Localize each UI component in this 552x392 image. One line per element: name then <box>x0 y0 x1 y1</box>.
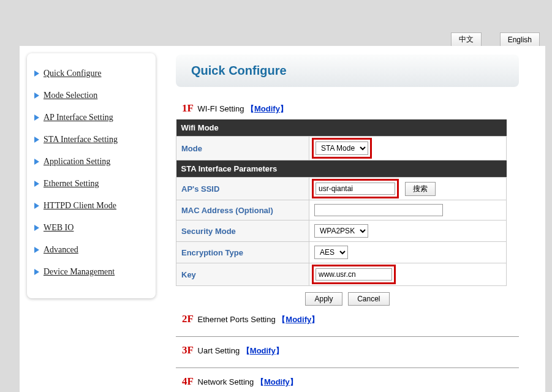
sidebar-link[interactable]: AP Interface Setting <box>43 113 113 123</box>
mode-row: Mode STA Mode <box>176 137 507 160</box>
table-header-row: STA Interface Parameters <box>176 160 507 178</box>
separator <box>176 368 519 368</box>
sidebar-item-ap-interface[interactable]: AP Interface Setting <box>33 107 149 129</box>
arrow-icon <box>34 203 39 209</box>
sidebar-item-web-io[interactable]: WEB IO <box>33 217 149 239</box>
sidebar: Quick Configure Mode Selection AP Interf… <box>27 53 156 298</box>
button-row: Apply Cancel <box>176 292 519 306</box>
sidebar-link[interactable]: Mode Selection <box>43 91 97 100</box>
modify-link[interactable]: Modify <box>254 104 280 113</box>
lang-english-button[interactable]: English <box>500 32 540 47</box>
table-header-row: Wifi Mode <box>176 119 507 137</box>
section-4f-header: 4F Network Setting 【Modify】 <box>182 375 519 388</box>
content-area: Quick Configure 1F WI-FI Setting 【Modify… <box>176 55 519 392</box>
key-label: Key <box>176 263 309 286</box>
arrow-icon <box>34 70 39 77</box>
bracket-icon: 】 <box>280 104 288 113</box>
key-row: Key <box>176 263 507 286</box>
step-number: 1F <box>182 102 194 114</box>
sidebar-item-advanced[interactable]: Advanced <box>33 239 149 261</box>
bracket-icon: 【 <box>246 104 254 113</box>
sidebar-item-mode-selection[interactable]: Mode Selection <box>33 85 149 107</box>
wifi-config-table: Wifi Mode Mode STA Mode STA Interface Pa… <box>176 119 507 286</box>
sidebar-link[interactable]: WEB IO <box>43 223 74 233</box>
enc-select[interactable]: AES <box>314 246 348 259</box>
sidebar-item-httpd-client[interactable]: HTTPD Client Mode <box>33 195 149 217</box>
cancel-button[interactable]: Cancel <box>348 292 389 306</box>
table-header: STA Interface Parameters <box>176 160 507 178</box>
step-number: 4F <box>182 375 194 387</box>
step-number: 3F <box>182 344 194 356</box>
section-label: WI-FI Setting <box>198 104 244 113</box>
mode-field: STA Mode <box>309 137 507 160</box>
ssid-input[interactable] <box>316 183 395 195</box>
sidebar-item-quick-configure[interactable]: Quick Configure <box>33 62 149 85</box>
step-number: 2F <box>182 313 194 325</box>
sidebar-item-ethernet[interactable]: Ethernet Setting <box>33 173 149 195</box>
language-bar: 中文 English <box>451 32 552 47</box>
secmode-row: Security Mode WPA2PSK <box>176 221 507 242</box>
bracket-icon: 【 <box>242 346 250 355</box>
section-3f-header: 3F Uart Setting 【Modify】 <box>182 344 519 356</box>
bracket-icon: 【 <box>278 315 285 324</box>
section-label: Network Setting <box>198 377 254 386</box>
section-1f-header: 1F WI-FI Setting 【Modify】 <box>182 102 519 115</box>
sidebar-link[interactable]: Advanced <box>43 245 78 255</box>
arrow-icon <box>34 181 39 187</box>
sidebar-link[interactable]: Device Management <box>43 267 115 277</box>
modify-link[interactable]: Modify <box>264 377 290 386</box>
bracket-icon: 】 <box>276 346 284 355</box>
table-header: Wifi Mode <box>176 119 507 137</box>
bracket-icon: 【 <box>256 377 264 386</box>
sidebar-item-sta-interface[interactable]: STA Interface Setting <box>33 129 149 151</box>
section-label: Uart Setting <box>198 346 240 355</box>
secmode-field: WPA2PSK <box>309 221 507 242</box>
apply-button[interactable]: Apply <box>305 292 342 306</box>
key-input[interactable] <box>316 268 392 281</box>
bracket-icon: 】 <box>290 377 298 386</box>
ssid-field: 搜索 <box>309 178 507 200</box>
key-field <box>309 263 507 286</box>
arrow-icon <box>34 247 39 253</box>
search-button[interactable]: 搜索 <box>405 182 436 196</box>
sidebar-link[interactable]: HTTPD Client Mode <box>43 201 116 211</box>
mode-select[interactable]: STA Mode <box>316 141 368 155</box>
sidebar-link[interactable]: STA Interface Setting <box>43 135 118 145</box>
modify-link[interactable]: Modify <box>250 346 276 355</box>
mac-label: MAC Address (Optional) <box>176 200 309 221</box>
sidebar-item-device-mgmt[interactable]: Device Management <box>33 261 149 283</box>
mac-row: MAC Address (Optional) <box>176 200 507 221</box>
mac-field <box>309 200 507 221</box>
mac-input[interactable] <box>314 204 443 216</box>
secmode-label: Security Mode <box>176 221 309 242</box>
bracket-icon: 】 <box>311 315 319 324</box>
ssid-label: AP's SSID <box>176 178 309 200</box>
lang-chinese-button[interactable]: 中文 <box>451 32 482 47</box>
sidebar-link[interactable]: Application Setting <box>43 157 110 167</box>
section-label: Ethernet Ports Setting <box>198 315 276 324</box>
sidebar-link[interactable]: Ethernet Setting <box>43 179 99 189</box>
mode-label: Mode <box>176 137 309 160</box>
page-title: Quick Configure <box>191 64 504 78</box>
arrow-icon <box>34 115 39 121</box>
arrow-icon <box>34 159 39 165</box>
secmode-select[interactable]: WPA2PSK <box>314 224 368 238</box>
enc-field: AES <box>309 242 507 263</box>
page-title-box: Quick Configure <box>176 55 519 87</box>
arrow-icon <box>34 225 39 231</box>
section-2f-header: 2F Ethernet Ports Setting 【Modify】 <box>182 313 519 325</box>
sidebar-link[interactable]: Quick Configure <box>43 69 101 78</box>
modify-link[interactable]: Modify <box>285 315 311 324</box>
sidebar-item-application[interactable]: Application Setting <box>33 151 149 173</box>
arrow-icon <box>34 137 39 143</box>
ssid-row: AP's SSID 搜索 <box>176 178 507 200</box>
enc-row: Encryption Type AES <box>176 242 507 263</box>
arrow-icon <box>34 269 39 275</box>
main-frame: Quick Configure Mode Selection AP Interf… <box>20 46 545 392</box>
separator <box>176 336 519 337</box>
arrow-icon <box>34 92 39 99</box>
enc-label: Encryption Type <box>176 242 309 263</box>
